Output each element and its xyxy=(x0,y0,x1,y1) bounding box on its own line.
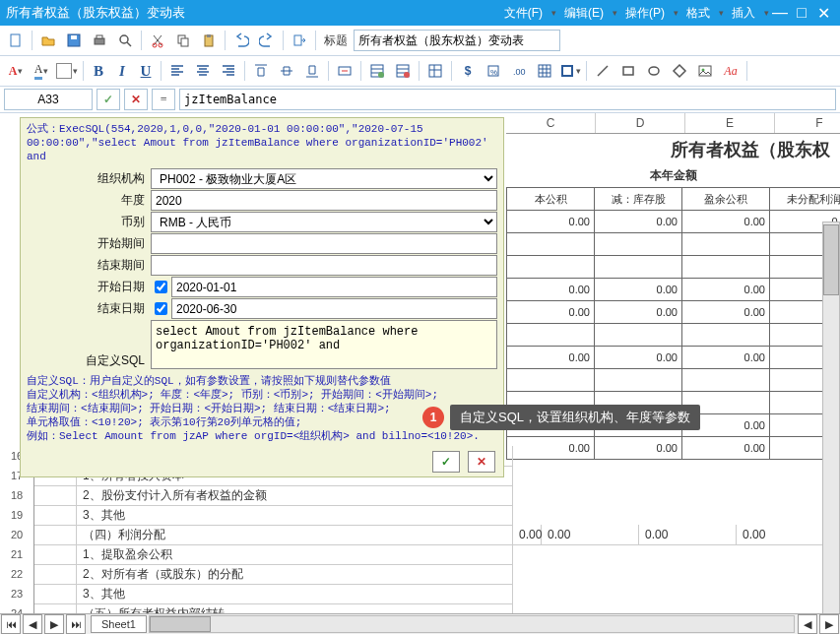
cell[interactable]: 0.00 xyxy=(595,347,682,369)
col-header[interactable]: E xyxy=(685,113,775,133)
minimize-button[interactable]: — xyxy=(769,4,791,22)
formula-input[interactable] xyxy=(179,89,836,110)
cell[interactable]: 2、股份支付计入所有者权益的金额 xyxy=(77,485,513,506)
scroll-thumb[interactable] xyxy=(150,616,211,632)
currency-button[interactable]: $ xyxy=(456,59,480,83)
menu-operate[interactable]: 操作(P) xyxy=(625,5,665,22)
row-header[interactable]: 19 xyxy=(0,505,34,526)
cell[interactable]: 0.00 xyxy=(507,347,595,369)
cell[interactable]: 0.00 xyxy=(507,301,595,324)
cell[interactable]: （四）利润分配 xyxy=(77,525,513,545)
align-left-button[interactable] xyxy=(165,59,189,83)
fx-button[interactable]: = xyxy=(152,89,175,110)
scroll-right-button[interactable]: ▶ xyxy=(819,614,839,634)
cell[interactable] xyxy=(595,256,682,279)
cell[interactable]: 0.00 xyxy=(542,525,639,545)
org-select[interactable]: PH002 - 极致物业大厦A区 xyxy=(151,168,497,189)
align-top-button[interactable] xyxy=(249,59,273,83)
menu-edit[interactable]: 编辑(E) xyxy=(564,5,604,22)
align-right-button[interactable] xyxy=(217,59,240,83)
preview-button[interactable] xyxy=(113,29,137,52)
cell[interactable] xyxy=(682,256,770,279)
cell[interactable]: 0.00 xyxy=(595,211,682,233)
cell[interactable]: 0.00 xyxy=(639,525,737,545)
year-input[interactable] xyxy=(151,190,497,211)
freeze-button[interactable] xyxy=(423,59,447,83)
cell[interactable] xyxy=(507,324,595,347)
cell[interactable] xyxy=(34,505,77,526)
ok-button[interactable]: ✓ xyxy=(432,451,460,473)
sql-textarea[interactable] xyxy=(151,320,497,369)
oval-shape-button[interactable] xyxy=(642,59,666,83)
percent-button[interactable]: % xyxy=(482,59,505,83)
maximize-button[interactable]: □ xyxy=(791,4,812,22)
row-header[interactable]: 18 xyxy=(0,485,34,506)
menu-format[interactable]: 格式 xyxy=(686,5,710,22)
open-button[interactable] xyxy=(36,29,60,52)
italic-button[interactable]: I xyxy=(111,60,133,82)
sheet-nav-prev-button[interactable]: ◀ xyxy=(23,614,42,634)
border-button[interactable]: ▾ xyxy=(558,59,582,83)
cell[interactable] xyxy=(34,525,77,545)
cell[interactable]: 1、提取盈余公积 xyxy=(77,544,513,565)
row-header[interactable]: 21 xyxy=(0,544,34,565)
paste-button[interactable] xyxy=(197,29,221,52)
cell[interactable] xyxy=(682,233,770,256)
cancel-button[interactable]: ✕ xyxy=(468,451,495,473)
col-header[interactable]: F xyxy=(775,113,840,133)
cell[interactable]: 0.00 xyxy=(682,211,770,233)
sheet-nav-next-button[interactable]: ▶ xyxy=(44,614,64,634)
cell[interactable]: 0.00 xyxy=(682,347,770,369)
cell[interactable]: 3、其他 xyxy=(77,584,513,604)
cell[interactable]: 0.00 xyxy=(595,279,682,301)
cell[interactable]: 0.00 xyxy=(507,279,595,301)
col-header[interactable]: C xyxy=(506,113,596,133)
horizontal-scrollbar[interactable] xyxy=(149,615,795,633)
end-period-input[interactable] xyxy=(151,255,497,276)
start-date-input[interactable] xyxy=(171,277,497,297)
insert-row-button[interactable] xyxy=(365,59,389,83)
row-header[interactable]: 23 xyxy=(0,584,34,604)
cell[interactable] xyxy=(34,564,77,585)
new-button[interactable] xyxy=(4,29,28,52)
cell[interactable] xyxy=(507,256,595,279)
menu-insert[interactable]: 插入 xyxy=(732,5,755,22)
cell[interactable] xyxy=(595,233,682,256)
formula-cancel-button[interactable]: ✕ xyxy=(124,89,148,110)
fill-color-button[interactable]: A▾ xyxy=(30,59,53,83)
cell[interactable] xyxy=(34,544,77,565)
sheet-nav-first-button[interactable]: ⏮ xyxy=(1,614,21,634)
text-style-button[interactable]: Aa xyxy=(719,59,743,83)
align-bottom-button[interactable] xyxy=(300,59,324,83)
export-button[interactable] xyxy=(288,29,311,52)
col-header[interactable]: D xyxy=(596,113,685,133)
border-color-button[interactable]: ▾ xyxy=(55,59,79,83)
copy-button[interactable] xyxy=(171,29,195,52)
vertical-scrollbar[interactable] xyxy=(822,222,840,617)
align-middle-button[interactable] xyxy=(275,59,298,83)
line-shape-button[interactable] xyxy=(591,59,614,83)
merge-cells-button[interactable] xyxy=(333,59,356,83)
cell[interactable]: 0.00 xyxy=(507,211,595,233)
cell[interactable] xyxy=(595,369,682,392)
cell[interactable] xyxy=(595,324,682,347)
delete-row-button[interactable] xyxy=(391,59,415,83)
end-date-input[interactable] xyxy=(171,298,497,319)
scroll-left-button[interactable]: ◀ xyxy=(798,614,817,634)
cell[interactable]: 0.00 xyxy=(682,301,770,324)
cell[interactable] xyxy=(682,324,770,347)
sheet-nav-last-button[interactable]: ⏭ xyxy=(66,614,86,634)
title-input[interactable] xyxy=(354,30,560,51)
cell[interactable]: 3、其他 xyxy=(77,505,513,526)
bold-button[interactable]: B xyxy=(88,60,109,82)
menu-file[interactable]: 文件(F) xyxy=(504,5,543,22)
save-button[interactable] xyxy=(62,29,86,52)
cell[interactable]: 0.00 xyxy=(595,301,682,324)
cell[interactable] xyxy=(682,369,770,392)
diamond-shape-button[interactable] xyxy=(668,59,691,83)
image-button[interactable] xyxy=(693,59,717,83)
grid-button[interactable] xyxy=(533,59,556,83)
underline-button[interactable]: U xyxy=(135,60,157,82)
start-date-checkbox[interactable] xyxy=(155,281,167,293)
end-date-checkbox[interactable] xyxy=(155,302,167,315)
